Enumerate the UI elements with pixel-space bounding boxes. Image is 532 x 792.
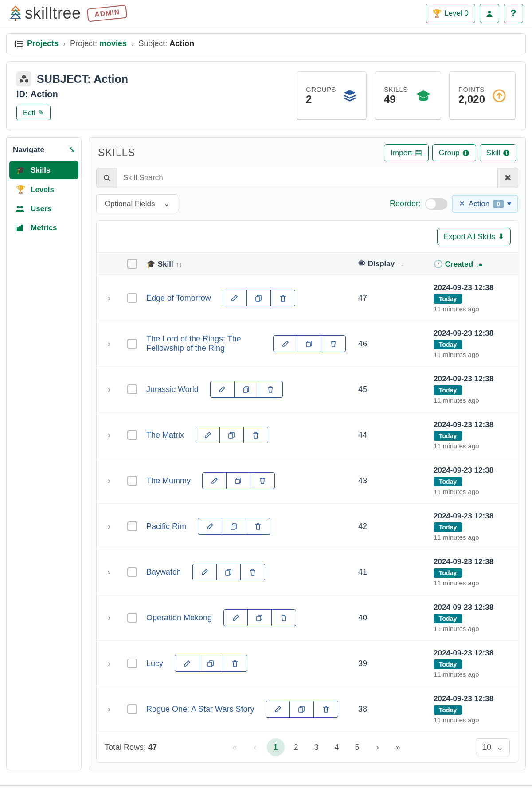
copy-row-button[interactable] <box>220 427 244 443</box>
collapse-icon[interactable]: ⤡ <box>69 145 75 154</box>
delete-row-button[interactable] <box>314 701 338 717</box>
select-all-checkbox[interactable] <box>127 259 137 269</box>
col-created-header[interactable]: 🕐 Created↓≡ <box>434 259 518 269</box>
help-button[interactable]: ? <box>504 4 523 23</box>
delete-row-button[interactable] <box>241 564 265 580</box>
export-button[interactable]: Export All Skills⬇ <box>437 228 511 245</box>
page-size-dropdown[interactable]: 10⌄ <box>476 738 510 756</box>
import-button[interactable]: Import▤ <box>384 144 428 161</box>
expand-row[interactable]: › <box>97 659 121 668</box>
breadcrumb-projects[interactable]: Projects <box>27 39 59 48</box>
edit-row-button[interactable] <box>211 381 235 397</box>
copy-row-button[interactable] <box>290 701 314 717</box>
row-checkbox[interactable] <box>127 521 137 531</box>
edit-label: Edit <box>23 109 35 117</box>
edit-row-button[interactable] <box>198 518 222 534</box>
delete-row-button[interactable] <box>244 427 268 443</box>
edit-row-button[interactable] <box>274 336 297 352</box>
edit-row-button[interactable] <box>203 473 227 489</box>
expand-row[interactable]: › <box>97 431 121 440</box>
nav-skills[interactable]: 🎓Skills <box>9 161 78 179</box>
row-checkbox[interactable] <box>127 339 137 349</box>
nav-levels[interactable]: 🏆Levels <box>9 180 78 199</box>
skill-link[interactable]: Lucy <box>146 659 163 668</box>
copy-row-button[interactable] <box>227 473 250 489</box>
reorder-toggle[interactable] <box>425 198 447 210</box>
stat-skills-label: SKILLS <box>384 86 408 93</box>
nav-users[interactable]: Users <box>9 200 78 218</box>
delete-row-button[interactable] <box>250 473 274 489</box>
edit-row-button[interactable] <box>224 610 248 626</box>
expand-row[interactable]: › <box>97 476 121 486</box>
row-checkbox[interactable] <box>127 567 137 577</box>
nav-metrics[interactable]: Metrics <box>9 219 78 237</box>
col-display-header[interactable]: 👁 Display↑↓ <box>358 259 434 268</box>
expand-row[interactable]: › <box>97 522 121 531</box>
search-input[interactable] <box>117 168 498 188</box>
expand-row[interactable]: › <box>97 568 121 577</box>
delete-row-button[interactable] <box>272 610 296 626</box>
page-last[interactable]: » <box>389 738 407 756</box>
delete-row-button[interactable] <box>246 518 270 534</box>
copy-row-button[interactable] <box>217 564 241 580</box>
skill-link[interactable]: Rogue One: A Star Wars Story <box>146 705 254 714</box>
row-checkbox[interactable] <box>127 613 137 623</box>
copy-row-button[interactable] <box>297 336 321 352</box>
page-5[interactable]: 5 <box>348 738 366 756</box>
skill-button[interactable]: Skill <box>480 144 516 161</box>
delete-row-button[interactable] <box>271 290 295 306</box>
user-button[interactable] <box>480 4 499 23</box>
row-checkbox[interactable] <box>127 704 137 714</box>
action-dropdown[interactable]: ✕ Action 0 ▾ <box>452 195 518 213</box>
stat-points: POINTS2,020 <box>449 71 516 120</box>
clear-search-button[interactable]: ✖ <box>498 168 518 188</box>
row-checkbox[interactable] <box>127 659 137 668</box>
page-first[interactable]: « <box>226 738 244 756</box>
skill-link[interactable]: Edge of Tomorrow <box>146 294 211 303</box>
page-next[interactable]: › <box>369 738 387 756</box>
expand-row[interactable]: › <box>97 705 121 714</box>
delete-row-button[interactable] <box>258 381 282 397</box>
edit-row-button[interactable] <box>196 427 220 443</box>
edit-row-button[interactable] <box>266 701 290 717</box>
row-checkbox[interactable] <box>127 293 137 303</box>
copy-row-button[interactable] <box>235 381 258 397</box>
skill-link[interactable]: Baywatch <box>146 568 181 577</box>
page-3[interactable]: 3 <box>308 738 325 756</box>
copy-row-button[interactable] <box>248 610 272 626</box>
row-checkbox[interactable] <box>127 430 137 440</box>
page-4[interactable]: 4 <box>328 738 346 756</box>
row-checkbox[interactable] <box>127 476 137 486</box>
col-skill-header[interactable]: 🎓 Skill↑↓ <box>143 259 358 269</box>
page-prev[interactable]: ‹ <box>246 738 264 756</box>
expand-row[interactable]: › <box>97 294 121 303</box>
level-button[interactable]: 🏆 Level 0 <box>426 4 475 23</box>
skill-link[interactable]: Pacific Rim <box>146 522 186 531</box>
svg-rect-13 <box>21 225 23 231</box>
skill-link[interactable]: The Lord of the Rings: The Fellowship of… <box>146 334 262 353</box>
edit-row-button[interactable] <box>193 564 217 580</box>
breadcrumb-project[interactable]: movies <box>99 39 127 48</box>
skill-link[interactable]: The Mummy <box>146 476 191 486</box>
copy-row-button[interactable] <box>222 518 246 534</box>
copy-row-button[interactable] <box>199 655 223 671</box>
optional-fields-dropdown[interactable]: Optional Fields ⌄ <box>96 194 178 213</box>
delete-row-button[interactable] <box>321 336 345 352</box>
page-2[interactable]: 2 <box>287 738 305 756</box>
page-1[interactable]: 1 <box>267 738 285 756</box>
copy-row-button[interactable] <box>247 290 271 306</box>
today-badge: Today <box>434 385 462 395</box>
group-button[interactable]: Group <box>432 144 476 161</box>
expand-row[interactable]: › <box>97 385 121 394</box>
search-icon <box>96 168 117 188</box>
delete-row-button[interactable] <box>223 655 247 671</box>
skill-link[interactable]: The Matrix <box>146 431 184 440</box>
edit-button[interactable]: Edit ✎ <box>16 106 51 120</box>
edit-row-button[interactable] <box>223 290 247 306</box>
skill-link[interactable]: Jurassic World <box>146 385 199 394</box>
expand-row[interactable]: › <box>97 339 121 349</box>
edit-row-button[interactable] <box>175 655 199 671</box>
row-checkbox[interactable] <box>127 384 137 394</box>
skill-link[interactable]: Operation Mekong <box>146 613 212 623</box>
expand-row[interactable]: › <box>97 613 121 623</box>
